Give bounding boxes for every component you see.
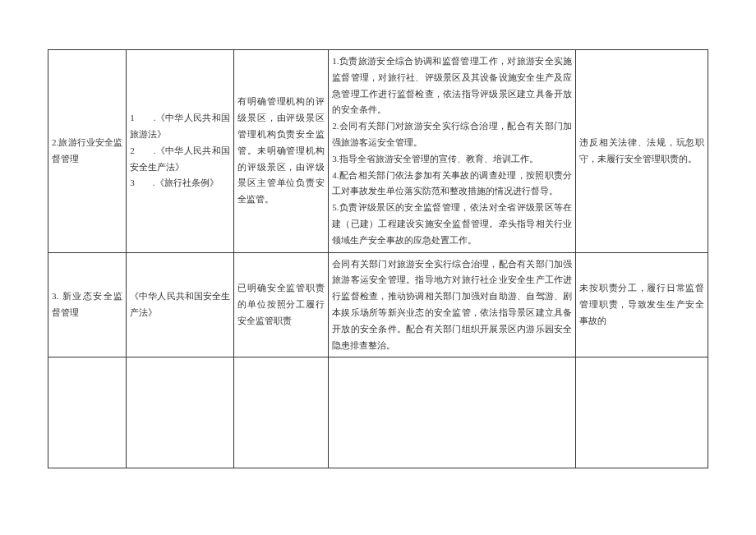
- cell-empty: [233, 357, 328, 468]
- cell-duty: 1.负责旅游安全综合协调和监督管理工作，对旅游安全实施监督管理，对旅行社、评级景…: [329, 50, 576, 253]
- cell-empty: [329, 357, 576, 468]
- cell-basis: 《中华人民共和国安全生产法》: [127, 252, 233, 357]
- cell-liability: 违反相关法律、法规，玩忽职守，未履行安全管理职责的。: [576, 50, 708, 253]
- cell-item: 3. 新业态安全监督管理: [48, 252, 127, 357]
- cell-item: 2.旅游行业安全监督管理: [48, 50, 127, 253]
- cell-subject: 已明确安全监管职责的单位按照分工履行安全监管职责: [233, 252, 328, 357]
- cell-subject: 有明确管理机构的评级景区，由评级景区管理机构负责安全监管。未明确管理机构的评级景…: [233, 50, 328, 253]
- cell-empty: [48, 357, 127, 468]
- table-row: 2.旅游行业安全监督管理 1 .《中华人民共和国旅游法》2 .《中华人民共和国安…: [48, 50, 708, 253]
- cell-liability: 未按职责分工，履行日常监督管理职责，导致发生生产安全事故的: [576, 252, 708, 357]
- cell-empty: [576, 357, 708, 468]
- cell-empty: [127, 357, 233, 468]
- cell-duty: 会同有关部门对旅游安全实行综合治理，配合有关部门加强旅游客运安全管理。指导地方对…: [329, 252, 576, 357]
- table-row: 3. 新业态安全监督管理 《中华人民共和国安全生产法》 已明确安全监管职责的单位…: [48, 252, 708, 357]
- cell-basis: 1 .《中华人民共和国旅游法》2 .《中华人民共和国安全生产法》3 .《旅行社条…: [127, 50, 233, 253]
- table-row-empty: [48, 357, 708, 468]
- regulation-table: 2.旅游行业安全监督管理 1 .《中华人民共和国旅游法》2 .《中华人民共和国安…: [48, 49, 708, 468]
